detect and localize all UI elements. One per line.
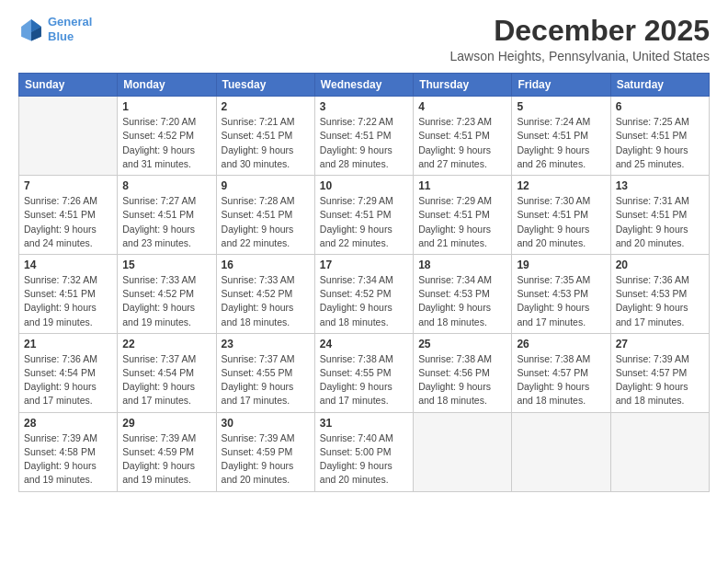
- day-cell: 25Sunrise: 7:38 AMSunset: 4:56 PMDayligh…: [414, 333, 512, 412]
- day-cell: 17Sunrise: 7:34 AMSunset: 4:52 PMDayligh…: [314, 254, 413, 333]
- header-cell-sunday: Sunday: [19, 74, 118, 97]
- day-info: Sunrise: 7:23 AMSunset: 4:51 PMDaylight:…: [418, 115, 506, 171]
- day-cell: 26Sunrise: 7:38 AMSunset: 4:57 PMDayligh…: [512, 333, 610, 412]
- day-number: 11: [418, 179, 506, 192]
- day-cell: [414, 412, 512, 491]
- day-number: 7: [24, 179, 112, 192]
- day-number: 25: [418, 338, 506, 350]
- week-row-1: 1Sunrise: 7:20 AMSunset: 4:52 PMDaylight…: [19, 97, 710, 176]
- day-cell: 23Sunrise: 7:37 AMSunset: 4:55 PMDayligh…: [216, 333, 314, 412]
- day-info: Sunrise: 7:40 AMSunset: 5:00 PMDaylight:…: [320, 431, 408, 488]
- calendar-table: SundayMondayTuesdayWednesdayThursdayFrid…: [18, 73, 710, 491]
- day-number: 27: [616, 338, 704, 350]
- day-cell: 20Sunrise: 7:36 AMSunset: 4:53 PMDayligh…: [610, 254, 709, 333]
- day-number: 3: [320, 100, 408, 113]
- day-cell: 8Sunrise: 7:27 AMSunset: 4:51 PMDaylight…: [118, 176, 216, 255]
- day-number: 13: [616, 179, 704, 192]
- day-cell: 27Sunrise: 7:39 AMSunset: 4:57 PMDayligh…: [610, 333, 709, 412]
- logo-icon: [18, 17, 44, 42]
- day-number: 28: [24, 417, 112, 430]
- header-cell-thursday: Thursday: [414, 74, 512, 97]
- logo-text: General Blue: [48, 15, 92, 43]
- day-info: Sunrise: 7:27 AMSunset: 4:51 PMDaylight:…: [122, 194, 210, 250]
- day-info: Sunrise: 7:38 AMSunset: 4:55 PMDaylight:…: [320, 352, 408, 408]
- day-cell: 15Sunrise: 7:33 AMSunset: 4:52 PMDayligh…: [118, 254, 216, 333]
- week-row-2: 7Sunrise: 7:26 AMSunset: 4:51 PMDaylight…: [19, 176, 710, 255]
- day-number: 21: [24, 338, 112, 350]
- day-cell: 18Sunrise: 7:34 AMSunset: 4:53 PMDayligh…: [414, 254, 512, 333]
- day-cell: 21Sunrise: 7:36 AMSunset: 4:54 PMDayligh…: [19, 333, 118, 412]
- day-cell: 31Sunrise: 7:40 AMSunset: 5:00 PMDayligh…: [314, 412, 413, 491]
- day-info: Sunrise: 7:31 AMSunset: 4:51 PMDaylight:…: [616, 194, 704, 250]
- day-cell: 9Sunrise: 7:28 AMSunset: 4:51 PMDaylight…: [216, 176, 314, 255]
- day-info: Sunrise: 7:33 AMSunset: 4:52 PMDaylight:…: [222, 273, 310, 329]
- logo-line2: Blue: [48, 29, 74, 43]
- header-cell-tuesday: Tuesday: [216, 74, 314, 97]
- day-cell: 28Sunrise: 7:39 AMSunset: 4:58 PMDayligh…: [19, 412, 118, 491]
- calendar-title: December 2025: [450, 15, 711, 47]
- day-cell: 3Sunrise: 7:22 AMSunset: 4:51 PMDaylight…: [314, 97, 413, 176]
- calendar-body: 1Sunrise: 7:20 AMSunset: 4:52 PMDaylight…: [19, 97, 710, 491]
- day-number: 26: [517, 338, 605, 350]
- day-info: Sunrise: 7:38 AMSunset: 4:56 PMDaylight:…: [418, 352, 506, 408]
- day-cell: 2Sunrise: 7:21 AMSunset: 4:51 PMDaylight…: [216, 97, 314, 176]
- day-info: Sunrise: 7:34 AMSunset: 4:53 PMDaylight:…: [418, 273, 506, 329]
- day-cell: 19Sunrise: 7:35 AMSunset: 4:53 PMDayligh…: [512, 254, 610, 333]
- title-block: December 2025 Lawson Heights, Pennsylvan…: [450, 15, 711, 63]
- header-cell-saturday: Saturday: [610, 74, 709, 97]
- day-number: 24: [320, 338, 408, 350]
- day-cell: 7Sunrise: 7:26 AMSunset: 4:51 PMDaylight…: [19, 176, 118, 255]
- day-number: 30: [222, 417, 310, 430]
- day-info: Sunrise: 7:39 AMSunset: 4:58 PMDaylight:…: [24, 431, 112, 488]
- day-info: Sunrise: 7:21 AMSunset: 4:51 PMDaylight:…: [222, 115, 310, 171]
- day-number: 1: [122, 100, 210, 113]
- day-info: Sunrise: 7:39 AMSunset: 4:57 PMDaylight:…: [616, 352, 704, 408]
- day-info: Sunrise: 7:30 AMSunset: 4:51 PMDaylight:…: [517, 194, 605, 250]
- day-info: Sunrise: 7:32 AMSunset: 4:51 PMDaylight:…: [24, 273, 112, 329]
- day-number: 10: [320, 179, 408, 192]
- day-cell: 1Sunrise: 7:20 AMSunset: 4:52 PMDaylight…: [118, 97, 216, 176]
- day-cell: [512, 412, 610, 491]
- day-cell: 10Sunrise: 7:29 AMSunset: 4:51 PMDayligh…: [314, 176, 413, 255]
- day-number: 5: [517, 100, 605, 113]
- logo-line1: General: [48, 15, 92, 29]
- day-info: Sunrise: 7:39 AMSunset: 4:59 PMDaylight:…: [222, 431, 310, 488]
- day-info: Sunrise: 7:38 AMSunset: 4:57 PMDaylight:…: [517, 352, 605, 408]
- day-info: Sunrise: 7:24 AMSunset: 4:51 PMDaylight:…: [517, 115, 605, 171]
- day-info: Sunrise: 7:29 AMSunset: 4:51 PMDaylight:…: [418, 194, 506, 250]
- day-cell: 22Sunrise: 7:37 AMSunset: 4:54 PMDayligh…: [118, 333, 216, 412]
- day-cell: 30Sunrise: 7:39 AMSunset: 4:59 PMDayligh…: [216, 412, 314, 491]
- calendar-subtitle: Lawson Heights, Pennsylvania, United Sta…: [450, 49, 711, 63]
- day-number: 29: [122, 417, 210, 430]
- day-info: Sunrise: 7:36 AMSunset: 4:54 PMDaylight:…: [24, 352, 112, 408]
- day-number: 15: [122, 259, 210, 271]
- day-number: 14: [24, 259, 112, 271]
- day-cell: 29Sunrise: 7:39 AMSunset: 4:59 PMDayligh…: [118, 412, 216, 491]
- day-cell: 12Sunrise: 7:30 AMSunset: 4:51 PMDayligh…: [512, 176, 610, 255]
- day-cell: 16Sunrise: 7:33 AMSunset: 4:52 PMDayligh…: [216, 254, 314, 333]
- day-info: Sunrise: 7:39 AMSunset: 4:59 PMDaylight:…: [122, 431, 210, 488]
- day-number: 19: [517, 259, 605, 271]
- day-info: Sunrise: 7:36 AMSunset: 4:53 PMDaylight:…: [616, 273, 704, 329]
- week-row-3: 14Sunrise: 7:32 AMSunset: 4:51 PMDayligh…: [19, 254, 710, 333]
- week-row-5: 28Sunrise: 7:39 AMSunset: 4:58 PMDayligh…: [19, 412, 710, 491]
- day-info: Sunrise: 7:35 AMSunset: 4:53 PMDaylight:…: [517, 273, 605, 329]
- day-number: 16: [222, 259, 310, 271]
- day-info: Sunrise: 7:33 AMSunset: 4:52 PMDaylight:…: [122, 273, 210, 329]
- header-cell-friday: Friday: [512, 74, 610, 97]
- day-cell: 4Sunrise: 7:23 AMSunset: 4:51 PMDaylight…: [414, 97, 512, 176]
- day-cell: 13Sunrise: 7:31 AMSunset: 4:51 PMDayligh…: [610, 176, 709, 255]
- header-row: SundayMondayTuesdayWednesdayThursdayFrid…: [19, 74, 710, 97]
- header-cell-monday: Monday: [118, 74, 216, 97]
- day-number: 6: [616, 100, 704, 113]
- week-row-4: 21Sunrise: 7:36 AMSunset: 4:54 PMDayligh…: [19, 333, 710, 412]
- day-number: 12: [517, 179, 605, 192]
- day-info: Sunrise: 7:37 AMSunset: 4:55 PMDaylight:…: [222, 352, 310, 408]
- day-number: 8: [122, 179, 210, 192]
- day-number: 22: [122, 338, 210, 350]
- header-cell-wednesday: Wednesday: [314, 74, 413, 97]
- logo: General Blue: [18, 15, 92, 43]
- header: General Blue December 2025 Lawson Height…: [18, 15, 710, 63]
- day-number: 9: [222, 179, 310, 192]
- day-cell: 11Sunrise: 7:29 AMSunset: 4:51 PMDayligh…: [414, 176, 512, 255]
